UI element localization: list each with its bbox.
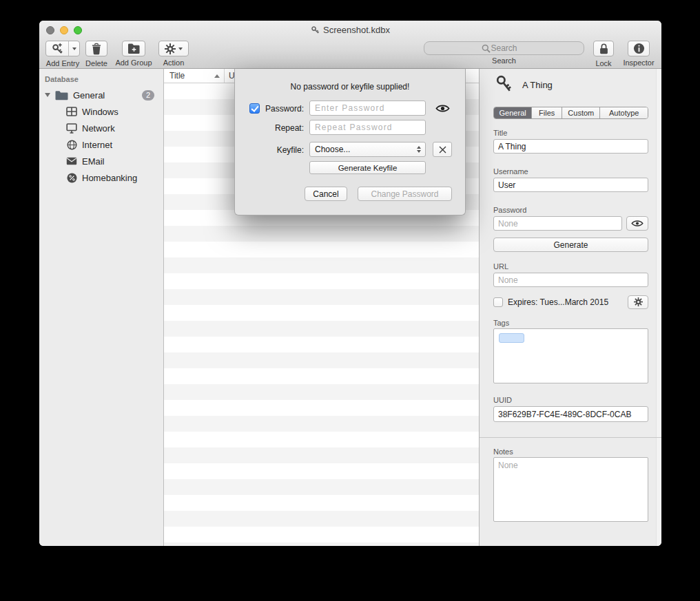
app-window: Screenshot.kdbx Add Entry	[39, 21, 661, 546]
globe-icon	[65, 140, 78, 150]
notes-field[interactable]	[493, 457, 648, 522]
desktop: { "window": { "title": "Screenshot.kdbx"…	[0, 0, 700, 601]
url-field[interactable]	[493, 273, 648, 287]
trash-icon	[91, 43, 102, 55]
percent-coin-icon	[65, 173, 78, 183]
add-entry-dropdown[interactable]	[68, 41, 79, 56]
add-entry-label: Add Entry	[43, 59, 83, 67]
entry-title: A Thing	[522, 80, 553, 90]
column-label: Title	[169, 71, 185, 81]
sidebar-section-header: Database	[45, 75, 79, 83]
envelope-icon	[65, 157, 78, 165]
add-group-toolbar-item: Add Group	[112, 41, 156, 67]
reveal-password-button[interactable]	[626, 216, 648, 231]
eye-icon	[435, 104, 450, 113]
inspector-button[interactable]	[628, 41, 650, 56]
generate-keyfile-button[interactable]: Generate Keyfile	[309, 161, 426, 174]
username-label: Username	[493, 167, 528, 176]
tab-autotype[interactable]: Autotype	[599, 107, 648, 118]
disclosure-triangle-icon[interactable]	[45, 93, 50, 97]
add-group-button[interactable]	[122, 41, 145, 56]
add-entry-toolbar-item: Add Entry	[43, 41, 83, 67]
tab-custom[interactable]: Custom	[562, 107, 599, 118]
key-icon	[495, 74, 513, 96]
action-button[interactable]	[158, 41, 189, 56]
lock-label: Lock	[592, 59, 615, 67]
search-input[interactable]	[424, 41, 584, 55]
inspector-label: Inspector	[621, 59, 656, 67]
gear-icon	[165, 43, 176, 54]
column-header-username[interactable]: U	[225, 69, 235, 83]
sheet-message: No password or keyfile supplied!	[235, 82, 465, 92]
sidebar-item-homebanking[interactable]: Homebanking	[39, 169, 163, 186]
action-label: Action	[158, 59, 189, 67]
uuid-field[interactable]	[493, 406, 648, 422]
generate-password-button[interactable]: Generate	[493, 238, 648, 252]
sidebar-item-label: General	[73, 90, 105, 101]
inspector-scrollbar[interactable]	[656, 69, 661, 546]
chevron-down-icon	[72, 48, 76, 50]
delete-label: Delete	[83, 59, 110, 67]
action-toolbar-item: Action	[158, 41, 189, 67]
delete-button[interactable]	[85, 41, 107, 56]
lock-button[interactable]	[593, 41, 614, 56]
popup-stepper-icon	[417, 146, 421, 153]
sort-ascending-icon	[214, 74, 220, 78]
expires-row: Expires: Tues...March 2015	[493, 295, 648, 309]
titlebar[interactable]: Screenshot.kdbx	[39, 21, 661, 39]
inspector-toolbar-item: Inspector	[621, 41, 656, 67]
sidebar-item-internet[interactable]: Internet	[39, 136, 163, 153]
url-label: URL	[493, 262, 508, 271]
padlock-icon	[599, 43, 609, 55]
expires-label: Expires: Tues...March 2015	[508, 297, 608, 307]
inspector-tabs: General Files Custom Autotype	[493, 107, 648, 119]
keyfile-value: Choose...	[315, 145, 350, 154]
tags-field[interactable]	[493, 328, 648, 383]
keyfile-popup[interactable]: Choose...	[309, 142, 426, 157]
window-panes-icon	[65, 107, 78, 116]
column-header-title[interactable]: Title	[164, 69, 225, 83]
title-field[interactable]	[493, 139, 648, 154]
sidebar-item-windows[interactable]: Windows	[39, 103, 163, 120]
reveal-password-button[interactable]	[432, 102, 453, 115]
password-field[interactable]	[493, 216, 622, 231]
document-key-icon	[311, 25, 320, 34]
window-title: Screenshot.kdbx	[323, 25, 390, 35]
uuid-label: UUID	[493, 396, 512, 404]
sidebar-item-email[interactable]: EMail	[39, 153, 163, 169]
sidebar-item-label: EMail	[82, 156, 105, 167]
entry-header: A Thing	[495, 74, 553, 96]
repeat-label: Repeat:	[256, 123, 304, 133]
notes-label: Notes	[493, 447, 513, 456]
clear-keyfile-button[interactable]	[433, 142, 452, 157]
password-checkbox[interactable]	[249, 103, 260, 114]
folder-plus-icon	[127, 43, 141, 54]
add-group-label: Add Group	[112, 59, 156, 67]
keyfile-label: Keyfile:	[256, 145, 304, 155]
tag-token[interactable]	[499, 333, 524, 343]
expires-settings-button[interactable]	[628, 295, 648, 309]
enter-password-field[interactable]	[309, 101, 426, 116]
search-label: Search	[424, 56, 584, 65]
eye-icon	[631, 220, 644, 227]
username-field[interactable]	[493, 178, 648, 192]
sidebar-item-general[interactable]: General 2	[39, 87, 163, 103]
repeat-password-field[interactable]	[309, 120, 426, 135]
inspector-panel: A Thing General Files Custom Autotype Ti…	[479, 69, 661, 546]
window-chrome: Screenshot.kdbx Add Entry	[39, 21, 661, 69]
window-title-area: Screenshot.kdbx	[39, 21, 661, 39]
delete-toolbar-item: Delete	[83, 41, 110, 67]
sidebar: Database General 2 Windows Network	[39, 69, 164, 546]
expires-checkbox[interactable]	[493, 297, 503, 307]
sidebar-item-network[interactable]: Network	[39, 120, 163, 136]
add-entry-button[interactable]	[45, 41, 80, 56]
cancel-button[interactable]: Cancel	[305, 187, 347, 201]
info-circle-icon	[633, 43, 645, 54]
tab-files[interactable]: Files	[531, 107, 562, 118]
tab-general[interactable]: General	[494, 107, 531, 118]
display-icon	[65, 123, 78, 134]
lock-toolbar-item: Lock	[592, 41, 615, 67]
entry-count-badge: 2	[142, 90, 154, 101]
sidebar-item-label: Windows	[82, 107, 119, 117]
change-password-button[interactable]: Change Password	[358, 187, 452, 201]
